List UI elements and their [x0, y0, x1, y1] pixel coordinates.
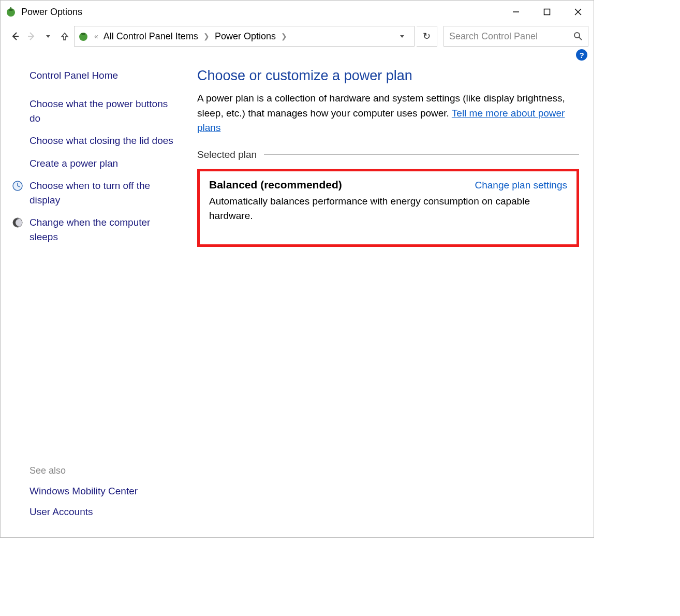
refresh-button[interactable]: ↻	[417, 26, 437, 47]
address-dropdown[interactable]	[398, 33, 411, 40]
svg-point-9	[574, 33, 580, 38]
plan-description: Automatically balances performance with …	[209, 194, 567, 224]
titlebar: Power Options	[1, 1, 594, 23]
plan-header: Balanced (recommended) Change plan setti…	[209, 179, 567, 191]
minimize-button[interactable]	[500, 1, 531, 23]
sidebar-item-power-buttons[interactable]: Choose what the power buttons do	[11, 97, 176, 125]
maximize-button[interactable]	[531, 1, 563, 23]
breadcrumb-prefix: «	[92, 32, 100, 40]
sidebar-item-label: Choose when to turn off the display	[29, 179, 176, 207]
see-also-link-user-accounts[interactable]: User Accounts	[29, 506, 176, 518]
section-label: Selected plan	[197, 149, 257, 160]
power-options-icon	[78, 31, 89, 42]
body: Control Panel Home Choose what the power…	[1, 65, 594, 537]
sidebar-item-create-plan[interactable]: Create a power plan	[11, 156, 176, 171]
window-title: Power Options	[21, 7, 82, 18]
sidebar-item-closing-lid[interactable]: Choose what closing the lid does	[11, 134, 176, 148]
main-content: Choose or customize a power plan A power…	[187, 65, 594, 537]
back-button[interactable]	[8, 29, 22, 43]
breadcrumb-item[interactable]: Power Options	[215, 31, 276, 42]
help-row: ?	[1, 49, 594, 65]
chevron-right-icon: ❯	[279, 32, 289, 40]
svg-line-10	[579, 37, 582, 40]
sidebar-item-turn-off-display[interactable]: Choose when to turn off the display	[11, 179, 176, 207]
plan-name: Balanced (recommended)	[209, 179, 342, 191]
sidebar-item-label: Create a power plan	[29, 156, 118, 171]
selected-plan-box: Balanced (recommended) Change plan setti…	[197, 169, 579, 247]
sidebar-item-label: Change when the computer sleeps	[29, 215, 176, 244]
search-input[interactable]: Search Control Panel	[444, 26, 588, 47]
window-controls	[500, 1, 594, 23]
nav-row: « All Control Panel Items ❯ Power Option…	[1, 23, 594, 49]
close-button[interactable]	[563, 1, 594, 23]
help-icon[interactable]: ?	[576, 49, 587, 61]
forward-button[interactable]	[24, 29, 39, 43]
svg-rect-3	[544, 9, 550, 15]
clock-icon	[11, 179, 24, 192]
section-header: Selected plan	[197, 149, 579, 160]
recent-locations-dropdown[interactable]	[41, 29, 55, 43]
blank-icon	[11, 97, 24, 98]
chevron-right-icon: ❯	[201, 32, 212, 40]
see-also-link-mobility[interactable]: Windows Mobility Center	[29, 486, 176, 497]
see-also-heading: See also	[29, 465, 176, 476]
address-bar[interactable]: « All Control Panel Items ❯ Power Option…	[74, 26, 415, 47]
search-placeholder: Search Control Panel	[449, 31, 573, 42]
blank-icon	[11, 134, 24, 135]
control-panel-home-link[interactable]: Control Panel Home	[29, 70, 176, 81]
up-button[interactable]	[57, 29, 72, 43]
breadcrumb-item[interactable]: All Control Panel Items	[104, 31, 198, 42]
blank-icon	[11, 156, 24, 158]
page-heading: Choose or customize a power plan	[197, 68, 579, 84]
sidebar-item-label: Choose what the power buttons do	[29, 97, 176, 125]
sidebar-item-computer-sleeps[interactable]: Change when the computer sleeps	[11, 215, 176, 244]
change-plan-settings-link[interactable]: Change plan settings	[475, 180, 567, 191]
svg-rect-1	[10, 7, 11, 9]
power-options-icon	[5, 6, 17, 18]
sidebar: Control Panel Home Choose what the power…	[1, 65, 187, 537]
moon-icon	[11, 215, 24, 228]
sidebar-item-label: Choose what closing the lid does	[29, 134, 173, 148]
divider	[264, 154, 579, 155]
search-icon	[573, 32, 583, 41]
page-description: A power plan is a collection of hardware…	[197, 91, 579, 136]
window-frame: Power Options	[0, 0, 594, 538]
